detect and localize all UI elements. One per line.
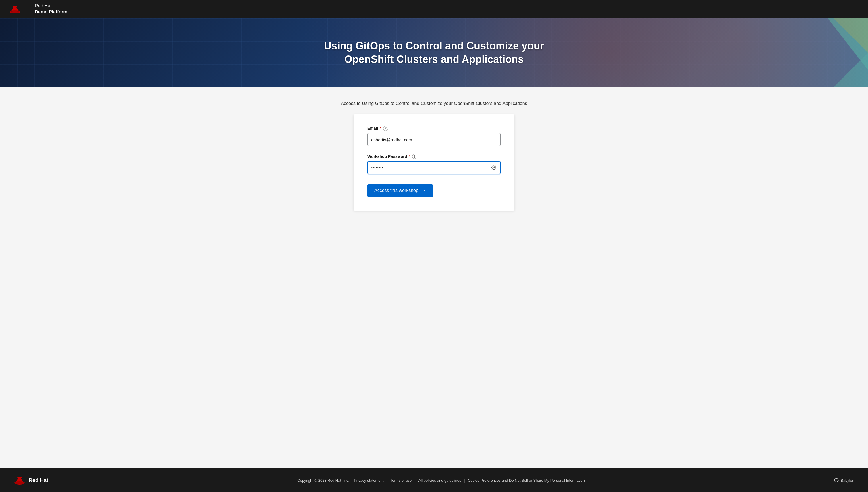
github-icon: [834, 478, 839, 483]
footer: Red Hat Copyright © 2023 Red Hat, Inc. P…: [0, 468, 868, 492]
redhat-logo-icon: [9, 4, 21, 14]
navbar-title: Red Hat Demo Platform: [35, 3, 68, 15]
email-required-star: *: [380, 126, 381, 131]
form-card: Email * ? Workshop Password * ?: [354, 114, 514, 211]
password-label: Workshop Password * ?: [367, 154, 501, 159]
email-input[interactable]: [367, 133, 501, 146]
footer-link-policies[interactable]: All policies and guidelines: [419, 478, 461, 483]
email-label: Email * ?: [367, 126, 501, 131]
footer-logo-text: Red Hat: [29, 477, 48, 484]
password-form-group: Workshop Password * ?: [367, 154, 501, 174]
footer-babylon-link[interactable]: Babylon: [834, 478, 854, 483]
navbar-brand: Red Hat Demo Platform: [9, 3, 68, 15]
navbar: Red Hat Demo Platform: [0, 0, 868, 18]
svg-point-1: [13, 6, 17, 7]
hero-banner: Using GitOps to Control and Customize yo…: [0, 18, 868, 87]
svg-marker-5: [834, 53, 868, 87]
eye-icon: [491, 165, 496, 170]
svg-marker-3: [834, 18, 868, 53]
footer-link-terms[interactable]: Terms of use: [390, 478, 412, 483]
hero-title: Using GitOps to Control and Customize yo…: [316, 39, 552, 66]
password-wrapper: [367, 161, 501, 174]
password-help-icon[interactable]: ?: [412, 154, 417, 159]
footer-redhat-logo-icon: [14, 475, 25, 485]
svg-point-9: [17, 477, 22, 478]
hero-content: Using GitOps to Control and Customize yo…: [305, 39, 563, 66]
password-toggle-button[interactable]: [490, 164, 498, 172]
footer-brand: Red Hat: [14, 475, 48, 485]
footer-link-cookies[interactable]: Cookie Preferences and Do Not Sell or Sh…: [468, 478, 585, 483]
access-workshop-button[interactable]: Access this workshop →: [367, 184, 433, 197]
arrow-icon: →: [421, 188, 426, 194]
email-form-group: Email * ?: [367, 126, 501, 146]
footer-babylon-label: Babylon: [841, 478, 854, 483]
redhat-logo: [9, 4, 21, 14]
email-help-icon[interactable]: ?: [383, 126, 388, 131]
svg-marker-4: [828, 18, 868, 70]
hero-triangles-decoration: [776, 18, 868, 87]
password-required-star: *: [409, 154, 410, 159]
footer-link-privacy[interactable]: Privacy statement: [354, 478, 383, 483]
access-subtitle: Access to Using GitOps to Control and Cu…: [341, 101, 527, 106]
svg-point-2: [10, 10, 20, 13]
footer-copyright: Copyright © 2023 Red Hat, Inc.: [297, 478, 349, 483]
main-content: Access to Using GitOps to Control and Cu…: [0, 87, 868, 468]
svg-point-10: [14, 482, 25, 484]
password-input[interactable]: [367, 161, 501, 174]
footer-links: Copyright © 2023 Red Hat, Inc. Privacy s…: [297, 478, 585, 483]
